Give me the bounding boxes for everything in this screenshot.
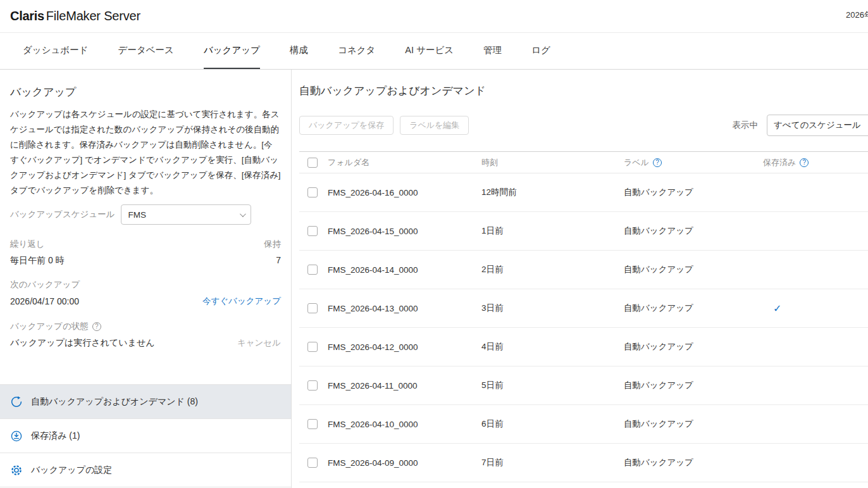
backup-label: 自動バックアップ (624, 173, 763, 212)
backup-time: 5日前 (481, 366, 624, 405)
folder-name: FMS_2026-04-09_0000 (328, 444, 481, 482)
save-backup-button[interactable]: バックアップを保存 (299, 116, 394, 135)
help-icon[interactable]: ? (653, 158, 662, 167)
backup-now-link[interactable]: 今すぐバックアップ (202, 296, 281, 307)
tab-backup[interactable]: バックアップ (204, 33, 260, 69)
table-row: FMS_2026-04-10_0000 6日前 自動バックアップ (299, 405, 868, 444)
backup-label: 自動バックアップ (624, 405, 763, 444)
repeat-keep-row: 繰り返し 毎日午前 0 時 保持 7 (10, 239, 281, 266)
column-time: 時刻 (481, 152, 624, 173)
row-checkbox[interactable] (307, 226, 318, 236)
backup-time: 3日前 (481, 289, 624, 328)
tab-databases[interactable]: データベース (118, 33, 174, 69)
content-area: バックアップ バックアップは各スケジュールの設定に基づいて実行されます。各スケジ… (0, 70, 868, 488)
keep-value: 7 (264, 255, 281, 265)
sidebar-item-label: バックアップの設定 (31, 465, 112, 476)
folder-name: FMS_2026-04-15_0000 (328, 212, 481, 251)
select-all-checkbox[interactable] (307, 158, 318, 168)
help-icon[interactable]: ? (92, 322, 101, 331)
backup-label: 自動バックアップ (624, 289, 763, 328)
filter-label: 表示中 (733, 120, 759, 131)
backup-label: 自動バックアップ (624, 444, 763, 482)
row-checkbox[interactable] (307, 187, 318, 197)
next-backup-label: 次のバックアップ (10, 279, 281, 291)
backup-view-list: 自動バックアップおよびオンデマンド (8) 保存済み (1) バックアップの設定 (0, 384, 291, 487)
column-label: ラベル ? (624, 152, 763, 173)
backup-time: 2日前 (481, 251, 624, 289)
column-folder-name: フォルダ名 (328, 152, 481, 173)
schedule-row: バックアップスケジュール FMS (10, 204, 281, 225)
tab-ai-services[interactable]: AI サービス (405, 33, 454, 69)
table-header-row: フォルダ名 時刻 ラベル ? 保存済み ? (299, 152, 868, 173)
tab-configuration[interactable]: 構成 (290, 33, 308, 69)
table-row: FMS_2026-04-15_0000 1日前 自動バックアップ (299, 212, 868, 251)
tab-administration[interactable]: 管理 (483, 33, 502, 69)
header-date-text: 2026年 (846, 9, 868, 21)
tab-logs[interactable]: ログ (531, 33, 550, 69)
table-row: FMS_2026-04-12_0000 4日前 自動バックアップ (299, 328, 868, 366)
table-row: FMS_2026-04-11_0000 5日前 自動バックアップ (299, 366, 868, 405)
schedule-selected-value: FMS (128, 210, 146, 220)
table-row: FMS_2026-04-09_0000 7日前 自動バックアップ (299, 444, 868, 482)
row-checkbox[interactable] (307, 265, 318, 275)
folder-name: FMS_2026-04-13_0000 (328, 289, 481, 328)
backups-table: フォルダ名 時刻 ラベル ? 保存済み ? (299, 151, 868, 482)
sidebar-item-backup-settings[interactable]: バックアップの設定 (0, 453, 291, 487)
backup-label: 自動バックアップ (624, 328, 763, 366)
sidebar-item-auto-backups[interactable]: 自動バックアップおよびオンデマンド (8) (0, 385, 291, 419)
chevron-down-icon (240, 211, 246, 217)
keep-block: 保持 7 (264, 239, 281, 266)
row-checkbox[interactable] (307, 458, 318, 468)
edit-label-button[interactable]: ラベルを編集 (400, 116, 469, 135)
backup-label: 自動バックアップ (624, 251, 763, 289)
table-row: FMS_2026-04-14_0000 2日前 自動バックアップ (299, 251, 868, 289)
next-backup-value: 2026/04/17 00:00 (10, 296, 79, 306)
status-label: バックアップの状態 (10, 321, 89, 332)
folder-name: FMS_2026-04-12_0000 (328, 328, 481, 366)
saved-check (763, 251, 868, 289)
app-header: Claris FileMaker Server 2026年 (0, 0, 868, 33)
row-checkbox[interactable] (307, 303, 318, 313)
backup-sidebar: バックアップ バックアップは各スケジュールの設定に基づいて実行されます。各スケジ… (0, 70, 292, 488)
backup-label: 自動バックアップ (624, 212, 763, 251)
ondemand-backup-icon (10, 396, 23, 408)
backup-schedule-select[interactable]: FMS (121, 204, 251, 225)
keep-label: 保持 (264, 239, 281, 250)
next-backup-section: 次のバックアップ 2026/04/17 00:00 今すぐバックアップ (10, 279, 281, 307)
brand-claris: Claris (10, 9, 44, 23)
backup-label: 自動バックアップ (624, 366, 763, 405)
backup-time: 4日前 (481, 328, 624, 366)
backup-main-panel: 自動バックアップおよびオンデマンド バックアップを保存 ラベルを編集 表示中 す… (292, 70, 868, 488)
schedule-filter-select[interactable]: すべてのスケジュール (767, 115, 868, 136)
row-checkbox[interactable] (307, 342, 318, 352)
table-actions-row: バックアップを保存 ラベルを編集 表示中 すべてのスケジュール (299, 115, 868, 136)
folder-name: FMS_2026-04-14_0000 (328, 251, 481, 289)
saved-check (763, 366, 868, 405)
sidebar-title: バックアップ (10, 85, 281, 99)
row-checkbox[interactable] (307, 380, 318, 391)
tab-dashboard[interactable]: ダッシュボード (23, 33, 89, 69)
backup-status-section: バックアップの状態 ? バックアップは実行されていません キャンセル (10, 321, 281, 349)
tab-connectors[interactable]: コネクタ (338, 33, 375, 69)
main-nav: ダッシュボード データベース バックアップ 構成 コネクタ AI サービス 管理… (0, 33, 868, 70)
saved-check (763, 328, 868, 366)
table-row: FMS_2026-04-16_0000 12時間前 自動バックアップ (299, 173, 868, 212)
page-title: 自動バックアップおよびオンデマンド (299, 84, 868, 98)
schedule-filter: 表示中 すべてのスケジュール (733, 115, 868, 136)
saved-check-icon: ✓ (763, 289, 868, 328)
folder-name: FMS_2026-04-11_0000 (328, 366, 481, 405)
saved-backup-icon (10, 430, 23, 442)
sidebar-item-saved[interactable]: 保存済み (1) (0, 419, 291, 453)
brand-product: FileMaker Server (46, 9, 140, 23)
saved-check (763, 212, 868, 251)
repeat-block: 繰り返し 毎日午前 0 時 (10, 239, 65, 266)
filter-selected-value: すべてのスケジュール (774, 120, 861, 131)
sidebar-item-label: 保存済み (1) (31, 430, 80, 442)
backup-description: バックアップは各スケジュールの設定に基づいて実行されます。各スケジュールでは指定… (10, 107, 281, 198)
help-icon[interactable]: ? (800, 158, 809, 167)
row-checkbox[interactable] (307, 419, 318, 429)
app-logo: Claris FileMaker Server (10, 9, 140, 23)
saved-check (763, 405, 868, 444)
table-row: FMS_2026-04-13_0000 3日前 自動バックアップ ✓ (299, 289, 868, 328)
cancel-button[interactable]: キャンセル (237, 337, 281, 349)
